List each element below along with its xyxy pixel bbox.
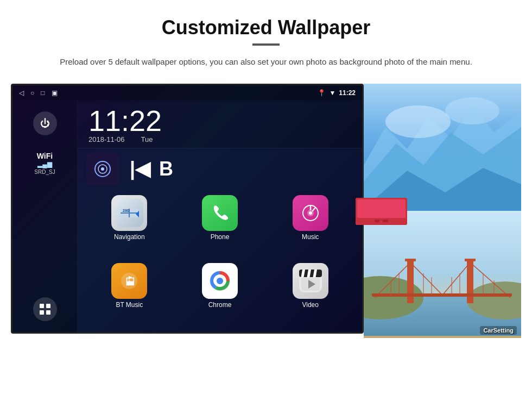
svg-rect-2	[40, 310, 44, 315]
radio-icon	[93, 160, 112, 178]
svg-rect-3	[46, 310, 50, 315]
clock-day-value: Tue	[141, 135, 153, 143]
svg-line-17	[312, 208, 315, 211]
device-container: ◁ ○ □ ▣ 📍 ▼ 11:22 ⏻ WiFi ▂▄▆ SRD_SJ	[11, 84, 521, 338]
wifi-network: SRD_SJ	[34, 169, 55, 175]
svg-point-23	[217, 278, 223, 284]
navigation-icon: 280	[111, 195, 147, 231]
status-left: ◁ ○ □ ▣	[19, 89, 58, 97]
quick-icons-row: |◀ B	[78, 148, 362, 190]
music-svg	[300, 203, 321, 223]
sidebar: ⏻ WiFi ▂▄▆ SRD_SJ	[12, 101, 78, 332]
page-subtitle: Preload over 5 default wallpaper options…	[60, 55, 472, 68]
wifi-status-icon: ▼	[329, 89, 335, 97]
clock-date-value: 2018-11-06	[88, 135, 125, 143]
main-area: ⏻ WiFi ▂▄▆ SRD_SJ	[12, 101, 362, 332]
app-phone[interactable]: Phone	[177, 195, 263, 259]
app-navigation[interactable]: 280 Navigation	[86, 195, 173, 259]
svg-point-35	[385, 105, 451, 138]
recent-nav-icon[interactable]: □	[41, 89, 45, 97]
svg-rect-38	[357, 199, 406, 218]
page-title: Customized Wallpaper	[162, 16, 371, 39]
navigation-label: Navigation	[114, 233, 145, 241]
status-bar: ◁ ○ □ ▣ 📍 ▼ 11:22	[12, 85, 362, 101]
small-device-overlay	[356, 198, 407, 225]
android-screen: ◁ ○ □ ▣ 📍 ▼ 11:22 ⏻ WiFi ▂▄▆ SRD_SJ	[11, 84, 364, 334]
wallpaper-previews: CarSetting	[364, 84, 521, 338]
svg-rect-1	[46, 304, 50, 308]
phone-label: Phone	[211, 233, 230, 241]
bridge-svg	[364, 211, 521, 336]
svg-rect-61	[465, 259, 476, 261]
chrome-label: Chrome	[208, 301, 232, 309]
btmusic-icon: ⬓	[111, 263, 147, 299]
music-icon	[293, 195, 328, 231]
music-label: Music	[302, 233, 319, 241]
app-music[interactable]: Music	[267, 195, 353, 259]
clock-area: 11:22 2018-11-06 Tue	[78, 101, 362, 148]
btmusic-label: BT Music	[116, 301, 143, 309]
app-video[interactable]: Video	[267, 263, 353, 327]
svg-point-15	[309, 211, 312, 215]
wifi-block: WiFi ▂▄▆ SRD_SJ	[34, 152, 55, 175]
wallpaper-ice[interactable]	[364, 84, 521, 211]
overlay-device-svg	[356, 198, 407, 225]
grid-icon	[39, 303, 51, 315]
app-grid: 280 Navigation	[78, 190, 362, 332]
title-divider	[252, 43, 280, 46]
home-nav-icon[interactable]: ○	[30, 89, 34, 97]
app-btmusic[interactable]: ⬓ BT Music	[86, 263, 173, 327]
chrome-svg	[208, 269, 232, 293]
grid-button[interactable]	[33, 297, 57, 321]
phone-icon	[202, 195, 238, 231]
ice-svg	[364, 84, 521, 209]
status-right: 📍 ▼ 11:22	[318, 89, 356, 97]
location-icon: 📍	[318, 89, 326, 97]
clock-time: 11:22	[88, 106, 351, 135]
svg-rect-60	[405, 259, 416, 261]
wifi-label: WiFi	[34, 152, 55, 160]
power-button[interactable]: ⏻	[33, 111, 57, 135]
bt-svg: ⬓	[119, 271, 140, 291]
center-content: 11:22 2018-11-06 Tue |◀	[78, 101, 362, 332]
svg-point-40	[379, 220, 383, 223]
svg-rect-51	[372, 293, 512, 297]
nav-icon-inner: 280	[111, 195, 147, 231]
wallpaper-bridge-inner: CarSetting	[364, 211, 521, 338]
wallpaper-ice-inner	[364, 84, 521, 211]
video-svg	[299, 270, 322, 292]
phone-svg	[210, 203, 230, 223]
video-icon	[293, 263, 328, 299]
quick-icon-radio[interactable]	[86, 153, 119, 185]
app-chrome[interactable]: Chrome	[177, 263, 263, 327]
status-time: 11:22	[339, 89, 356, 97]
svg-point-36	[445, 97, 499, 124]
back-nav-icon[interactable]: ◁	[19, 89, 24, 97]
screenshot-nav-icon[interactable]: ▣	[52, 89, 58, 97]
quick-b-letter: B	[159, 158, 173, 180]
quick-k-letter: |◀	[130, 158, 150, 180]
chrome-icon	[202, 263, 238, 299]
wallpaper-bridge[interactable]: CarSetting	[364, 211, 521, 338]
svg-text:280: 280	[123, 209, 129, 212]
svg-point-6	[101, 167, 104, 171]
video-label: Video	[302, 301, 318, 309]
svg-rect-0	[40, 304, 44, 308]
carsetting-label[interactable]: CarSetting	[480, 326, 517, 335]
wifi-bars: ▂▄▆	[34, 160, 55, 168]
